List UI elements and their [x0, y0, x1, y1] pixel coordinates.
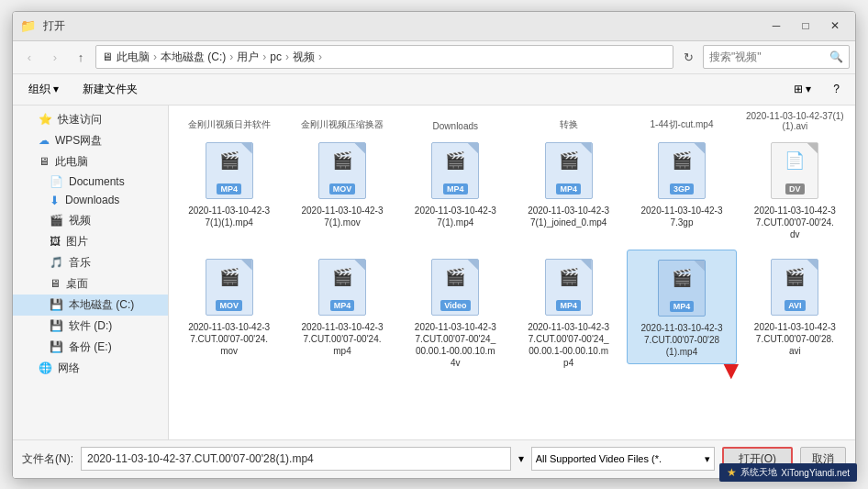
file-name-r3-6: 2020-11-03-10-42-37.CUT.00'07-00'28.avi	[753, 321, 836, 357]
wps-icon: ☁	[39, 134, 50, 147]
col-label-1: 金刚川视频日并软件	[174, 111, 284, 131]
file-name-r2-3: 2020-11-03-10-42-37(1).mp4	[414, 205, 496, 228]
filetype-select[interactable]: All Supported Video Files (*. ▾	[531, 447, 715, 471]
sidebar-item-downloads[interactable]: ⬇ Downloads	[13, 191, 168, 210]
file-name-r3-4: 2020-11-03-10-42-37.CUT.00'07-00'24_00.0…	[528, 321, 610, 369]
file-name-r3-5: 2020-11-03-10-42-37.CUT.00'07-00'28(1).m…	[640, 322, 723, 358]
quick-access-icon: ⭐	[39, 113, 52, 126]
dropdown-arrow-filename[interactable]: ▾	[518, 452, 524, 465]
file-item-r2-3[interactable]: 🎬 MP4 2020-11-03-10-42-37(1).mp4	[401, 133, 510, 246]
sidebar-item-d-drive[interactable]: 💾 软件 (D:)	[13, 316, 168, 337]
file-grid-row3: 🎬 MOV 2020-11-03-10-42-37.CUT.00'07-00'2…	[174, 250, 850, 374]
e-drive-icon: 💾	[50, 340, 63, 353]
view-button[interactable]: ⊞ ▾	[785, 78, 819, 100]
pc-icon: 🖥	[39, 155, 50, 168]
toolbar: 组织 ▾ 新建文件夹 ⊞ ▾ ?	[13, 74, 855, 106]
col-label-4: 转换	[514, 111, 623, 131]
file-item-r2-2[interactable]: 🎬 MOV 2020-11-03-10-42-37(1).mov	[287, 133, 396, 246]
videos-icon: 🎬	[50, 214, 63, 227]
search-box[interactable]: 🔍	[703, 45, 850, 69]
sidebar-item-e-drive[interactable]: 💾 备份 (E:)	[13, 337, 168, 358]
file-icon-r3-2: 🎬 MP4	[315, 255, 370, 319]
sidebar-label-c-drive: 本地磁盘 (C:)	[69, 297, 134, 313]
path-part-4: pc	[270, 50, 282, 63]
toolbar-right: ⊞ ▾ ?	[785, 78, 848, 100]
filename-input-wrapper[interactable]: 2020-11-03-10-42-37.CUT.00'07-00'28(1).m…	[81, 447, 511, 471]
close-button[interactable]: ✕	[822, 17, 848, 35]
sidebar-label-d-drive: 软件 (D:)	[69, 318, 112, 334]
file-item-r3-6[interactable]: 🎬 AVI 2020-11-03-10-42-37.CUT.00'07-00'2…	[740, 250, 850, 374]
file-item-r2-4[interactable]: 🎬 MP4 2020-11-03-10-42-37(1)_joined_0.mp…	[514, 133, 623, 246]
col-label-3: Downloads	[401, 111, 510, 131]
sidebar-item-desktop[interactable]: 🖥 桌面	[13, 273, 168, 295]
file-item-r3-4[interactable]: 🎬 MP4 2020-11-03-10-42-37.CUT.00'07-00'2…	[514, 250, 623, 374]
filename-value: 2020-11-03-10-42-37.CUT.00'07-00'28(1).m…	[87, 452, 314, 465]
file-icon-r3-1: 🎬 MOV	[202, 255, 257, 319]
file-name-r2-6: 2020-11-03-10-42-37.CUT.00'07-00'24.dv	[753, 205, 836, 240]
sidebar-label-videos: 视频	[69, 213, 91, 228]
col-label-2: 金刚川视频压缩换器	[287, 111, 396, 131]
sidebar-label-documents: Documents	[69, 175, 125, 188]
sidebar-item-videos[interactable]: 🎬 视频	[13, 210, 168, 231]
sidebar: ⭐ 快速访问 ☁ WPS网盘 🖥 此电脑 📄 Documents ⬇ Downl…	[13, 106, 169, 439]
sidebar-item-music[interactable]: 🎵 音乐	[13, 252, 168, 273]
up-button[interactable]: ↑	[70, 46, 92, 68]
music-icon: 🎵	[50, 256, 63, 269]
pictures-icon: 🖼	[50, 235, 61, 248]
refresh-button[interactable]: ↻	[677, 46, 699, 68]
file-item-r3-3[interactable]: 🎬 Video 2020-11-03-10-42-37.CUT.00'07-00…	[401, 250, 510, 374]
c-drive-icon: 💾	[50, 298, 63, 311]
sidebar-label-music: 音乐	[69, 255, 91, 271]
watermark-site: XiTongYiandi.net	[781, 468, 850, 478]
window-controls: ─ □ ✕	[763, 17, 848, 35]
file-open-dialog: 📁 打开 ─ □ ✕ ‹ › ↑ 🖥 此电脑 › 本地磁盘 (C:) › 用户 …	[12, 11, 856, 479]
sidebar-item-this-pc[interactable]: 🖥 此电脑	[13, 151, 168, 172]
path-part-5: 视频	[293, 50, 315, 65]
organize-button[interactable]: 组织 ▾	[20, 78, 67, 100]
file-icon-r3-5: 🎬 MP4	[654, 256, 709, 320]
file-name-r2-1: 2020-11-03-10-42-37(1)(1).mp4	[188, 205, 271, 228]
file-item-r2-1[interactable]: 🎬 MP4 2020-11-03-10-42-37(1)(1).mp4	[174, 133, 284, 246]
minimize-button[interactable]: ─	[763, 17, 789, 35]
dropdown-arrow-filetype: ▾	[705, 453, 710, 465]
file-icon-r2-2: 🎬 MOV	[315, 139, 370, 203]
forward-button[interactable]: ›	[44, 46, 66, 68]
help-button[interactable]: ?	[825, 78, 848, 100]
filetype-label: All Supported Video Files (*.	[536, 453, 662, 464]
watermark: ★ 系统天地 XiTongYiandi.net	[719, 463, 857, 482]
file-item-r3-5[interactable]: 🎬 MP4 2020-11-03-10-42-37.CUT.00'07-00'2…	[627, 250, 736, 364]
file-name-r2-2: 2020-11-03-10-42-37(1).mov	[301, 205, 384, 228]
file-item-r3-2[interactable]: 🎬 MP4 2020-11-03-10-42-37.CUT.00'07-00'2…	[287, 250, 396, 374]
col-label-5: 1-44切-cut.mp4	[627, 111, 736, 131]
watermark-logo-icon: ★	[727, 466, 737, 479]
file-item-r3-1[interactable]: 🎬 MOV 2020-11-03-10-42-37.CUT.00'07-00'2…	[174, 250, 284, 374]
sidebar-label-pictures: 图片	[66, 234, 88, 250]
sidebar-item-c-drive[interactable]: 💾 本地磁盘 (C:)	[13, 295, 168, 316]
file-icon-r2-6: 📄 DV	[767, 139, 822, 203]
maximize-button[interactable]: □	[793, 17, 818, 35]
sidebar-item-wps[interactable]: ☁ WPS网盘	[13, 130, 168, 151]
sidebar-label-pc: 此电脑	[55, 154, 88, 170]
file-icon-r3-4: 🎬 MP4	[541, 255, 596, 319]
file-icon-r2-4: 🎬 MP4	[541, 139, 596, 203]
search-input[interactable]	[709, 50, 826, 63]
file-item-r2-6[interactable]: 📄 DV 2020-11-03-10-42-37.CUT.00'07-00'24…	[740, 133, 850, 246]
new-folder-button[interactable]: 新建文件夹	[74, 78, 146, 100]
titlebar: 📁 打开 ─ □ ✕	[13, 12, 855, 41]
addressbar: ‹ › ↑ 🖥 此电脑 › 本地磁盘 (C:) › 用户 › pc › 视频 ›…	[13, 41, 855, 74]
d-drive-icon: 💾	[50, 319, 63, 332]
sidebar-item-pictures[interactable]: 🖼 图片	[13, 231, 168, 252]
sidebar-label-downloads: Downloads	[65, 194, 119, 206]
back-button[interactable]: ‹	[18, 46, 40, 68]
address-path[interactable]: 🖥 此电脑 › 本地磁盘 (C:) › 用户 › pc › 视频 ›	[95, 45, 673, 69]
desktop-icon: 🖥	[50, 277, 61, 290]
file-area[interactable]: 金刚川视频日并软件 金刚川视频压缩换器 Downloads 转换 1-44切-c…	[169, 106, 855, 439]
path-part-1: 此电脑	[117, 50, 150, 65]
sidebar-label-wps: WPS网盘	[55, 133, 102, 149]
sidebar-item-documents[interactable]: 📄 Documents	[13, 172, 168, 191]
file-item-r2-5[interactable]: 🎬 3GP 2020-11-03-10-42-37.3gp	[627, 133, 736, 246]
downloads-icon: ⬇	[50, 194, 60, 207]
col-label-6: 2020-11-03-10-42-37(1) (1).avi	[740, 111, 850, 131]
sidebar-item-quick-access[interactable]: ⭐ 快速访问	[13, 109, 168, 130]
sidebar-item-network[interactable]: 🌐 网络	[13, 358, 168, 379]
